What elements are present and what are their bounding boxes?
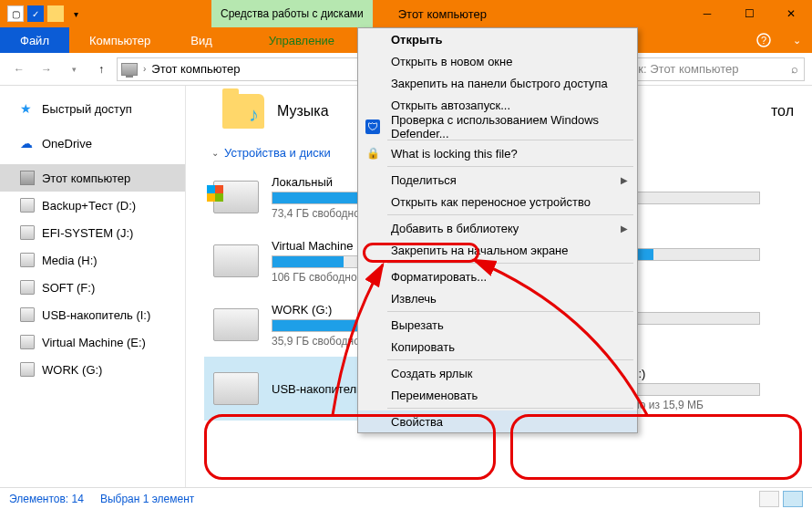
chevron-down-icon: ⌄ [211,148,219,158]
sidebar-item-label: Backup+Тест (D:) [42,199,136,213]
minimize-button[interactable]: ─ [686,0,728,27]
sidebar-drive-item[interactable]: WORK (G:) [0,356,185,383]
star-icon: ★ [20,101,35,116]
forward-button[interactable]: → [35,57,58,81]
sidebar-this-pc[interactable]: Этот компьютер [0,164,185,192]
menu-defender-scan[interactable]: 🛡Проверка с использованием Windows Defen… [358,116,637,138]
search-icon: ⌕ [791,62,798,76]
details-view-button[interactable] [759,491,779,507]
status-item-count: Элементов: 14 [9,493,84,505]
qat-folder-icon[interactable] [47,5,64,22]
maximize-button[interactable]: ☐ [728,0,770,27]
sidebar-item-label: Этот компьютер [42,171,130,185]
menu-what-is-locking[interactable]: 🔒What is locking this file? [358,142,637,164]
quick-access-toolbar: ▢ ✓ ▾ [7,5,84,22]
menu-separator [387,408,633,409]
status-selection: Выбран 1 элемент [100,493,194,505]
window-controls: ─ ☐ ✕ [686,0,812,27]
menu-format[interactable]: Форматировать... [358,265,637,287]
menu-separator [387,359,633,360]
sidebar-drive-item[interactable]: Media (H:) [0,246,185,274]
sidebar-item-label: SOFT (F:) [42,281,95,295]
drive-icon [20,253,35,267]
drive-icon [213,244,259,277]
music-note-icon: ♪ [249,103,259,127]
qat-dropdown-icon[interactable]: ▾ [67,5,84,22]
obscured-desktop-label: тол [771,103,794,119]
sidebar-item-label: USB-накопитель (I:) [42,308,150,322]
drive-icon [20,335,35,349]
lock-icon: 🔒 [365,146,380,161]
drive-icon [213,372,259,405]
tab-manage[interactable]: Управление [249,27,355,53]
menu-rename[interactable]: Переименовать [358,384,637,406]
folder-icon: ♪ [222,94,264,129]
submenu-arrow-icon: ▶ [621,223,628,234]
drive-icon [20,225,35,240]
shield-icon: 🛡 [365,119,380,134]
svg-text:?: ? [761,35,766,46]
menu-pin-quick-access[interactable]: Закрепить на панели быстрого доступа [358,72,637,94]
view-mode-buttons [759,491,803,507]
sidebar-item-label: Быстрый доступ [42,102,132,116]
folder-label: Музыка [277,103,329,119]
menu-open-portable[interactable]: Открыть как переносное устройство [358,191,637,213]
menu-properties[interactable]: Свойства [358,410,637,432]
title-bar: ▢ ✓ ▾ Средства работы с дисками Этот ком… [0,0,812,27]
menu-cut[interactable]: Вырезать [358,314,637,336]
close-button[interactable]: ✕ [770,0,812,27]
sidebar-drive-item[interactable]: USB-накопитель (I:) [0,301,185,328]
chevron-right-icon: › [143,64,146,74]
sidebar-item-label: Media (H:) [42,254,98,267]
menu-separator [387,263,633,264]
drive-icon [20,198,35,213]
menu-share[interactable]: Поделиться▶ [358,169,637,191]
drive-icon [20,307,35,322]
sidebar-drive-item[interactable]: SOFT (F:) [0,274,185,301]
computer-icon [121,63,138,76]
tab-computer[interactable]: Компьютер [69,27,170,53]
computer-icon [20,171,35,185]
recent-dropdown-icon[interactable]: ▾ [62,57,86,81]
menu-separator [387,166,633,167]
tab-file[interactable]: Файл [0,27,69,53]
menu-open-new-window[interactable]: Открыть в новом окне [358,50,637,72]
sidebar-onedrive[interactable]: ☁ OneDrive [0,130,185,157]
sidebar-drive-item[interactable]: Backup+Тест (D:) [0,192,185,219]
window-title: Этот компьютер [398,7,487,21]
sidebar-quick-access[interactable]: ★ Быстрый доступ [0,95,185,122]
back-button[interactable]: ← [7,57,31,81]
help-icon[interactable]: ? [745,27,782,53]
drive-icon [20,362,35,377]
navigation-pane: ★ Быстрый доступ ☁ OneDrive Этот компьют… [0,86,186,487]
sidebar-item-label: EFI-SYSTEM (J:) [42,226,133,240]
sidebar-item-label: WORK (G:) [42,363,102,377]
sidebar-drive-item[interactable]: Virtual Machine (E:) [0,328,185,356]
menu-copy[interactable]: Копировать [358,336,637,358]
section-label: Устройства и диски [224,146,331,160]
menu-pin-start[interactable]: Закрепить на начальном экране [358,239,637,261]
drive-icon [213,308,259,341]
drive-icon [213,181,259,213]
submenu-arrow-icon: ▶ [621,175,628,185]
qat-icon-1[interactable]: ▢ [7,5,24,22]
drive-icon [20,280,35,295]
drive-tools-contextual-tab[interactable]: Средства работы с дисками [211,0,373,27]
menu-eject[interactable]: Извлечь [358,287,637,309]
menu-separator [387,311,633,312]
menu-open[interactable]: Открыть [358,28,637,50]
menu-separator [387,214,633,215]
up-button[interactable]: ↑ [89,57,113,81]
cloud-icon: ☁ [20,136,35,151]
status-bar: Элементов: 14 Выбран 1 элемент [0,487,812,509]
sidebar-drive-item[interactable]: EFI-SYSTEM (J:) [0,219,185,246]
tiles-view-button[interactable] [783,491,803,507]
expand-ribbon-icon[interactable]: ⌄ [782,27,812,53]
tab-view[interactable]: Вид [170,27,232,53]
menu-add-library[interactable]: Добавить в библиотеку▶ [358,217,637,239]
sidebar-item-label: Virtual Machine (E:) [42,336,146,349]
context-menu: Открыть Открыть в новом окне Закрепить н… [357,27,638,433]
menu-create-shortcut[interactable]: Создать ярлык [358,362,637,384]
qat-properties-icon[interactable]: ✓ [27,5,44,22]
sidebar-item-label: OneDrive [42,137,92,151]
